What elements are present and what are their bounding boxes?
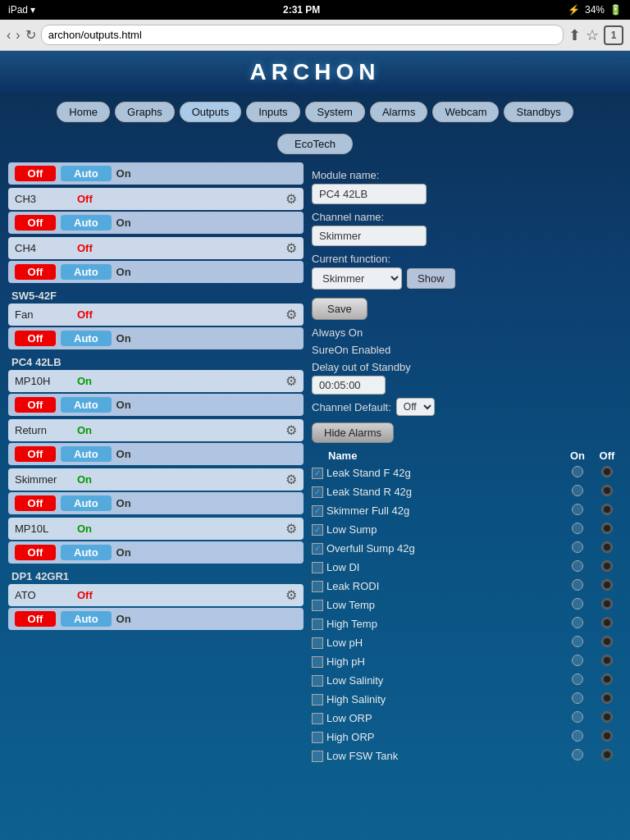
mp10h-toggle-on[interactable]: On <box>116 399 131 411</box>
alarm-checkbox[interactable] <box>312 619 323 630</box>
alarm-on-radio[interactable] <box>572 466 583 477</box>
alarm-off-radio[interactable] <box>601 504 613 515</box>
toggle-on-btn[interactable]: On <box>116 167 131 180</box>
mp10l-toggle-on[interactable]: On <box>116 546 131 559</box>
ch3-toggle-off[interactable]: Off <box>15 215 56 231</box>
alarm-checkbox[interactable] <box>312 562 323 573</box>
alarm-checkbox[interactable] <box>312 732 323 743</box>
mp10h-toggle-off[interactable]: Off <box>15 397 56 413</box>
alarm-checkbox[interactable] <box>312 656 323 668</box>
return-toggle-auto[interactable]: Auto <box>61 446 112 462</box>
alarm-checkbox[interactable] <box>312 713 323 724</box>
function-select[interactable]: Skimmer Return Fan Light Heater <box>312 267 402 290</box>
alarm-off-radio[interactable] <box>601 749 613 760</box>
ecotech-button[interactable]: EcoTech <box>277 134 353 154</box>
bookmark-icon[interactable]: ☆ <box>586 26 599 44</box>
fan-toggle-on[interactable]: On <box>116 332 131 345</box>
alarm-off-radio[interactable] <box>601 692 613 704</box>
alarm-off-radio[interactable] <box>601 485 613 496</box>
alarm-checkbox[interactable] <box>312 581 323 592</box>
toggle-auto-btn[interactable]: Auto <box>61 166 112 181</box>
channel-default-select[interactable]: Off On <box>396 398 435 416</box>
back-button[interactable]: ‹ <box>7 28 11 43</box>
return-toggle-on[interactable]: On <box>116 448 131 460</box>
alarm-off-radio[interactable] <box>601 541 613 553</box>
nav-outputs[interactable]: Outputs <box>180 102 242 122</box>
alarm-on-radio[interactable] <box>572 541 583 553</box>
alarm-on-radio[interactable] <box>572 692 583 704</box>
alarm-off-radio[interactable] <box>601 560 613 572</box>
mp10l-gear-icon[interactable]: ⚙ <box>285 521 297 536</box>
return-toggle-off[interactable]: Off <box>15 446 56 462</box>
alarm-checkbox[interactable] <box>312 505 323 517</box>
alarm-checkbox[interactable] <box>312 751 323 762</box>
alarm-off-radio[interactable] <box>601 466 613 477</box>
ch3-toggle-on[interactable]: On <box>116 217 131 229</box>
ch4-gear-icon[interactable]: ⚙ <box>285 240 297 256</box>
alarm-on-radio[interactable] <box>572 636 583 647</box>
alarm-on-radio[interactable] <box>572 673 583 685</box>
alarm-checkbox[interactable] <box>312 637 323 649</box>
alarm-on-radio[interactable] <box>572 579 583 591</box>
tab-count[interactable]: 1 <box>604 25 623 45</box>
url-input[interactable] <box>41 25 564 45</box>
save-button[interactable]: Save <box>312 298 368 320</box>
toggle-off-btn[interactable]: Off <box>15 166 56 181</box>
channel-name-input[interactable] <box>312 226 427 246</box>
ato-toggle-auto[interactable]: Auto <box>61 611 112 627</box>
alarm-off-radio[interactable] <box>601 523 613 534</box>
share-icon[interactable]: ⬆ <box>568 26 581 44</box>
nav-inputs[interactable]: Inputs <box>246 102 299 122</box>
mp10l-toggle-off[interactable]: Off <box>15 545 56 560</box>
alarm-checkbox[interactable] <box>312 543 323 555</box>
forward-button[interactable]: › <box>16 28 20 43</box>
mp10h-gear-icon[interactable]: ⚙ <box>285 373 297 389</box>
alarm-checkbox[interactable] <box>312 600 323 611</box>
alarm-checkbox[interactable] <box>312 486 323 498</box>
alarm-off-radio[interactable] <box>601 730 613 742</box>
ch4-toggle-auto[interactable]: Auto <box>61 264 112 280</box>
ch4-toggle-on[interactable]: On <box>116 266 131 278</box>
hide-alarms-button[interactable]: Hide Alarms <box>312 422 394 443</box>
delay-time-input[interactable] <box>312 376 386 395</box>
return-gear-icon[interactable]: ⚙ <box>285 422 297 438</box>
mp10h-toggle-auto[interactable]: Auto <box>61 397 112 413</box>
alarm-on-radio[interactable] <box>572 617 583 628</box>
nav-webcam[interactable]: Webcam <box>432 102 499 122</box>
ch4-toggle-off[interactable]: Off <box>15 264 56 280</box>
ato-gear-icon[interactable]: ⚙ <box>285 587 297 603</box>
alarm-off-radio[interactable] <box>601 655 613 666</box>
alarm-off-radio[interactable] <box>601 617 613 628</box>
alarm-checkbox[interactable] <box>312 694 323 705</box>
ato-toggle-off[interactable]: Off <box>15 611 56 627</box>
skimmer-toggle-auto[interactable]: Auto <box>61 495 112 511</box>
alarm-on-radio[interactable] <box>572 523 583 534</box>
alarm-on-radio[interactable] <box>572 485 583 496</box>
alarm-off-radio[interactable] <box>601 636 613 647</box>
skimmer-toggle-on[interactable]: On <box>116 497 131 509</box>
alarm-on-radio[interactable] <box>572 749 583 760</box>
alarm-checkbox[interactable] <box>312 468 323 479</box>
skimmer-toggle-off[interactable]: Off <box>15 495 56 511</box>
alarm-off-radio[interactable] <box>601 579 613 591</box>
nav-standbys[interactable]: Standbys <box>504 102 573 122</box>
alarm-off-radio[interactable] <box>601 598 613 609</box>
alarm-checkbox[interactable] <box>312 675 323 687</box>
mp10l-toggle-auto[interactable]: Auto <box>61 545 112 560</box>
skimmer-gear-icon[interactable]: ⚙ <box>285 472 297 487</box>
fan-gear-icon[interactable]: ⚙ <box>285 307 297 322</box>
alarm-on-radio[interactable] <box>572 655 583 666</box>
fan-toggle-auto[interactable]: Auto <box>61 331 112 346</box>
nav-graphs[interactable]: Graphs <box>115 102 175 122</box>
show-button[interactable]: Show <box>407 268 455 289</box>
alarm-on-radio[interactable] <box>572 711 583 723</box>
ch3-toggle-auto[interactable]: Auto <box>61 215 112 231</box>
nav-system[interactable]: System <box>305 102 365 122</box>
alarm-on-radio[interactable] <box>572 730 583 742</box>
ch3-gear-icon[interactable]: ⚙ <box>285 191 297 207</box>
alarm-off-radio[interactable] <box>601 673 613 685</box>
fan-toggle-off[interactable]: Off <box>15 331 56 346</box>
alarm-checkbox[interactable] <box>312 524 323 536</box>
nav-alarms[interactable]: Alarms <box>370 102 427 122</box>
alarm-on-radio[interactable] <box>572 504 583 515</box>
